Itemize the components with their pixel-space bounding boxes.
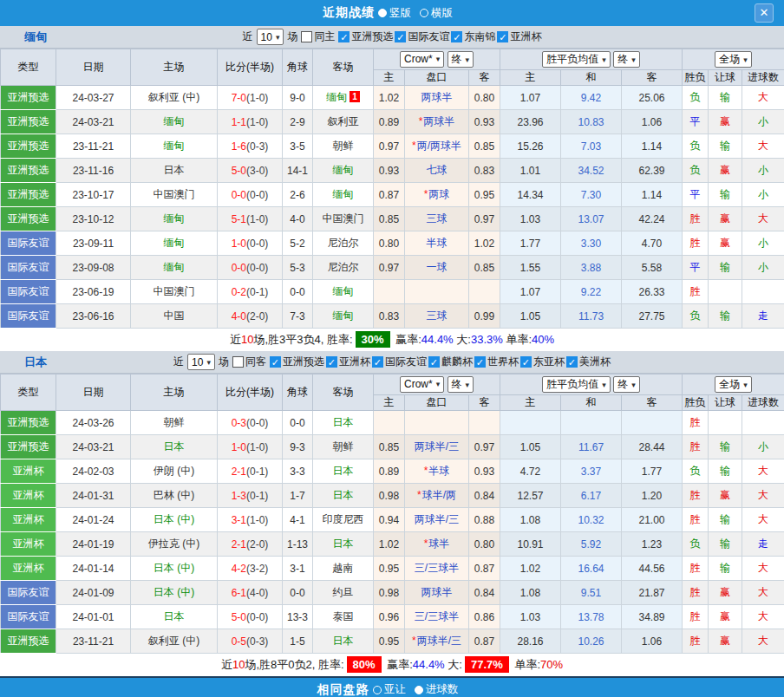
- odds-source-select[interactable]: Crow*▾: [400, 376, 444, 393]
- radio-asian-handicap-label[interactable]: 亚让: [384, 682, 406, 697]
- avg-time-select[interactable]: 终▾: [613, 51, 640, 68]
- checkbox-checked-icon[interactable]: ✓: [566, 356, 578, 368]
- odds-source-value: Crow*: [404, 378, 433, 390]
- radio-goals[interactable]: [415, 686, 423, 694]
- radio-vertical-layout[interactable]: [378, 9, 387, 17]
- cell-home-odds: 0.96: [374, 605, 405, 629]
- radio-vertical-label[interactable]: 竖版: [389, 6, 411, 21]
- cell-handicap: 两球半: [405, 581, 469, 605]
- cell-avg-home: 4.72: [500, 459, 561, 484]
- checkbox-checked-icon[interactable]: ✓: [428, 356, 440, 368]
- cell-avg-home: 28.16: [500, 629, 561, 654]
- checkbox-checked-icon[interactable]: ✓: [270, 356, 281, 368]
- away-team-name: 缅甸: [326, 91, 347, 103]
- cell-avg-home: 1.05: [500, 304, 561, 329]
- cell-handicap-result: 赢: [709, 231, 742, 256]
- fulltime-score: 2-1: [232, 538, 246, 550]
- cell-handicap-result: 赢: [709, 581, 742, 605]
- match-count-select[interactable]: 10 ▾: [257, 29, 284, 45]
- checkbox-checked-icon[interactable]: ✓: [338, 31, 350, 42]
- scope-select[interactable]: 全场▾: [715, 376, 752, 393]
- cell-handicap-result: 输: [709, 435, 742, 459]
- odds-time-select[interactable]: 终▾: [448, 51, 474, 68]
- competition-filter[interactable]: ✓世界杯: [474, 355, 519, 369]
- home-team-name: 缅甸: [164, 140, 185, 152]
- checkbox-unchecked-icon[interactable]: [232, 356, 244, 368]
- match-row: 亚洲预选24-03-21日本1-0(1-0)9-3朝鲜0.85两球半/三0.97…: [1, 435, 784, 459]
- halftime-score: (2-0): [246, 538, 268, 550]
- avg-select[interactable]: 胜平负均值▾: [542, 51, 611, 68]
- competition-filter[interactable]: ✓亚洲杯: [326, 355, 370, 369]
- chevron-down-icon: ▾: [466, 55, 470, 64]
- odds-time-select[interactable]: 终▾: [448, 376, 474, 393]
- checkbox-checked-icon[interactable]: ✓: [451, 31, 462, 42]
- cell-avg-away: 1.06: [622, 110, 683, 134]
- avg-select[interactable]: 胜平负均值▾: [542, 376, 611, 393]
- avg-group-header: 胜平负均值▾ 终▾: [500, 49, 683, 70]
- checkbox-unchecked-icon[interactable]: [301, 31, 312, 42]
- match-row: 国际友谊23-09-11缅甸1-0(0-0)5-2尼泊尔0.80半球1.021.…: [1, 231, 784, 256]
- checkbox-checked-icon[interactable]: ✓: [326, 356, 337, 368]
- competition-filter[interactable]: ✓亚洲杯: [497, 29, 541, 44]
- cell-result: 负: [683, 159, 709, 183]
- cell-date: 23-10-12: [56, 207, 131, 231]
- cell-result: 胜: [683, 629, 709, 654]
- fulltime-score: 5-0: [232, 165, 246, 177]
- checkbox-checked-icon[interactable]: ✓: [474, 356, 486, 368]
- cell-away-odds: 0.97: [469, 207, 500, 231]
- cell-handicap: *两球半/三: [405, 629, 469, 654]
- competition-filter[interactable]: ✓亚洲预选: [338, 29, 393, 44]
- checkbox-checked-icon[interactable]: ✓: [372, 356, 383, 368]
- same-venue-filter[interactable]: 同客: [232, 355, 266, 369]
- cell-away-odds: [469, 411, 500, 435]
- cell-home-odds: 0.85: [374, 207, 405, 231]
- radio-horizontal-layout[interactable]: [420, 9, 428, 17]
- radio-asian-handicap[interactable]: [373, 686, 382, 694]
- competition-filter[interactable]: ✓国际友谊: [372, 355, 427, 369]
- cell-date: 24-01-09: [56, 581, 131, 605]
- checkbox-checked-icon[interactable]: ✓: [395, 31, 406, 42]
- same-venue-filter[interactable]: 同主: [301, 29, 335, 44]
- cell-home-odds: 1.02: [374, 532, 405, 557]
- odds-source-select[interactable]: Crow*▾: [400, 51, 444, 68]
- summary-segment: 场,胜8平0负2, 胜率:: [245, 658, 343, 671]
- checkbox-checked-icon[interactable]: ✓: [497, 31, 508, 42]
- cell-competition: 亚洲预选: [1, 183, 56, 207]
- cell-away-team: 日本: [313, 532, 374, 557]
- competition-filter[interactable]: ✓东南锦: [451, 29, 495, 44]
- radio-goals-label[interactable]: 进球数: [426, 682, 459, 697]
- cell-home-team: 伊朗 (中): [131, 459, 218, 484]
- team-section: 缅甸 近 10 ▾ 场 同主 ✓亚洲预选✓国际友谊✓东南锦✓亚洲杯: [0, 26, 784, 351]
- cell-competition: 亚洲杯: [1, 557, 56, 581]
- summary-segment: 77.7%: [465, 656, 509, 673]
- match-count-select[interactable]: 10 ▾: [187, 354, 215, 370]
- competition-filter[interactable]: ✓亚洲预选: [270, 355, 324, 369]
- cell-avg-away: 28.44: [622, 435, 683, 459]
- scope-select-value: 全场: [719, 377, 740, 392]
- close-button[interactable]: ✕: [755, 3, 774, 23]
- col-goals-result: 进球数: [742, 395, 784, 411]
- match-row: 亚洲杯24-01-31巴林 (中)1-3(0-1)1-7日本0.98*球半/两0…: [1, 484, 784, 508]
- cell-handicap-result: 赢: [709, 629, 742, 654]
- footer-bar: 相同盘路 亚让 进球数: [0, 676, 784, 697]
- cell-home-team: 日本: [131, 159, 218, 183]
- scope-select[interactable]: 全场▾: [715, 51, 752, 68]
- cell-away-team: 中国澳门: [313, 207, 374, 231]
- checkbox-checked-icon[interactable]: ✓: [520, 356, 532, 368]
- cell-avg-away: 34.89: [622, 605, 683, 629]
- handicap-text: 球半/两: [422, 489, 456, 501]
- cell-home-team: 叙利亚 (中): [131, 629, 218, 654]
- cell-away-odds: 0.87: [469, 629, 500, 654]
- radio-horizontal-label[interactable]: 横版: [431, 6, 453, 21]
- cell-away-odds: 0.87: [469, 557, 500, 581]
- home-team-name: 缅甸: [164, 261, 185, 273]
- home-team-name: 日本 (中): [154, 513, 194, 525]
- competition-filter[interactable]: ✓国际友谊: [395, 29, 449, 44]
- cell-avg-away: 21.00: [622, 508, 683, 532]
- cell-competition: 国际友谊: [1, 280, 56, 304]
- competition-filter[interactable]: ✓麒麟杯: [428, 355, 473, 369]
- cell-away-odds: 0.80: [469, 532, 500, 557]
- competition-filter[interactable]: ✓美洲杯: [566, 355, 611, 369]
- avg-time-select[interactable]: 终▾: [613, 376, 640, 393]
- competition-filter[interactable]: ✓东亚杯: [520, 355, 565, 369]
